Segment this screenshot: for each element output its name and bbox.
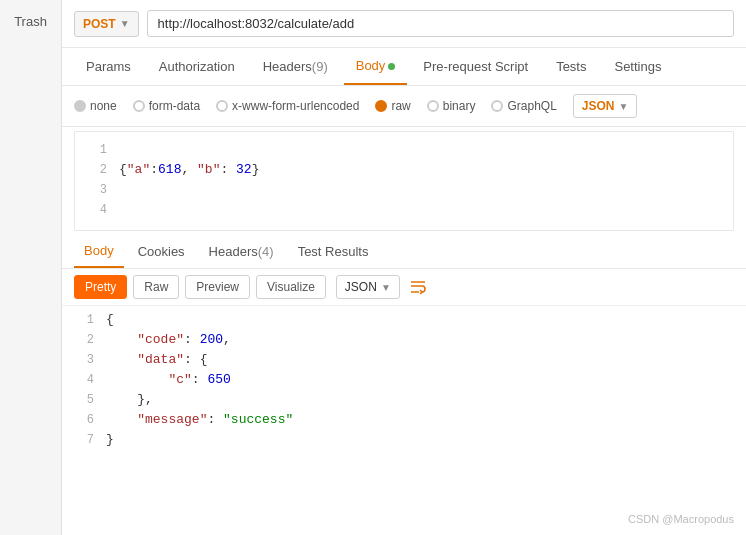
watermark: CSDN @Macropodus: [628, 513, 734, 525]
req-line-2: 2 {"a":618, "b": 32}: [75, 160, 733, 180]
sidebar: Trash: [0, 0, 62, 535]
radio-dot-binary: [427, 100, 439, 112]
method-select[interactable]: POST ▼: [74, 11, 139, 37]
resp-line-3: 3 "data": {: [62, 350, 746, 370]
tab-params[interactable]: Params: [74, 49, 143, 84]
method-arrow: ▼: [120, 18, 130, 29]
radio-none[interactable]: none: [74, 99, 117, 113]
resp-tab-body[interactable]: Body: [74, 235, 124, 268]
resp-line-6: 6 "message": "success": [62, 410, 746, 430]
resp-json-arrow: ▼: [381, 282, 391, 293]
radio-dot-raw: [375, 100, 387, 112]
fmt-pretty[interactable]: Pretty: [74, 275, 127, 299]
tab-tests[interactable]: Tests: [544, 49, 598, 84]
req-line-4: 4: [75, 200, 733, 220]
resp-line-1: 1 {: [62, 310, 746, 330]
resp-format-row: Pretty Raw Preview Visualize JSON ▼: [62, 269, 746, 306]
url-input[interactable]: [147, 10, 734, 37]
radio-binary[interactable]: binary: [427, 99, 476, 113]
tab-authorization[interactable]: Authorization: [147, 49, 247, 84]
resp-line-5: 5 },: [62, 390, 746, 410]
main-panel: POST ▼ Params Authorization Headers(9) B…: [62, 0, 746, 535]
radio-label-formdata: form-data: [149, 99, 200, 113]
resp-json-label: JSON: [345, 280, 377, 294]
radio-urlencoded[interactable]: x-www-form-urlencoded: [216, 99, 359, 113]
json-arrow: ▼: [619, 101, 629, 112]
response-body: 1 { 2 "code": 200, 3 "data": { 4 "c": 65…: [62, 306, 746, 535]
url-bar: POST ▼: [62, 0, 746, 48]
wrap-icon[interactable]: [406, 275, 430, 299]
radio-formdata[interactable]: form-data: [133, 99, 200, 113]
resp-json-select[interactable]: JSON ▼: [336, 275, 400, 299]
resp-tab-cookies[interactable]: Cookies: [128, 236, 195, 267]
fmt-raw[interactable]: Raw: [133, 275, 179, 299]
tab-body[interactable]: Body: [344, 48, 408, 85]
resp-tab-testresults[interactable]: Test Results: [288, 236, 379, 267]
body-type-row: none form-data x-www-form-urlencoded raw…: [62, 86, 746, 127]
fmt-visualize[interactable]: Visualize: [256, 275, 326, 299]
radio-dot-urlencoded: [216, 100, 228, 112]
radio-dot-none: [74, 100, 86, 112]
sidebar-trash[interactable]: Trash: [6, 8, 55, 35]
radio-dot-graphql: [491, 100, 503, 112]
radio-dot-formdata: [133, 100, 145, 112]
radio-label-graphql: GraphQL: [507, 99, 556, 113]
radio-label-urlencoded: x-www-form-urlencoded: [232, 99, 359, 113]
method-label: POST: [83, 17, 116, 31]
radio-label-binary: binary: [443, 99, 476, 113]
req-line-1: 1: [75, 140, 733, 160]
request-tabs: Params Authorization Headers(9) Body Pre…: [62, 48, 746, 86]
req-line-3: 3: [75, 180, 733, 200]
fmt-preview[interactable]: Preview: [185, 275, 250, 299]
resp-line-4: 4 "c": 650: [62, 370, 746, 390]
tab-headers[interactable]: Headers(9): [251, 49, 340, 84]
request-body-editor[interactable]: 1 2 {"a":618, "b": 32} 3 4: [74, 131, 734, 231]
radio-label-raw: raw: [391, 99, 410, 113]
tab-prerequest[interactable]: Pre-request Script: [411, 49, 540, 84]
radio-raw[interactable]: raw: [375, 99, 410, 113]
json-label: JSON: [582, 99, 615, 113]
response-tabs: Body Cookies Headers(4) Test Results: [62, 235, 746, 269]
radio-label-none: none: [90, 99, 117, 113]
body-active-dot: [388, 63, 395, 70]
resp-line-7: 7 }: [62, 430, 746, 450]
json-format-select[interactable]: JSON ▼: [573, 94, 638, 118]
tab-settings[interactable]: Settings: [602, 49, 673, 84]
radio-graphql[interactable]: GraphQL: [491, 99, 556, 113]
resp-line-2: 2 "code": 200,: [62, 330, 746, 350]
resp-tab-headers[interactable]: Headers(4): [199, 236, 284, 267]
